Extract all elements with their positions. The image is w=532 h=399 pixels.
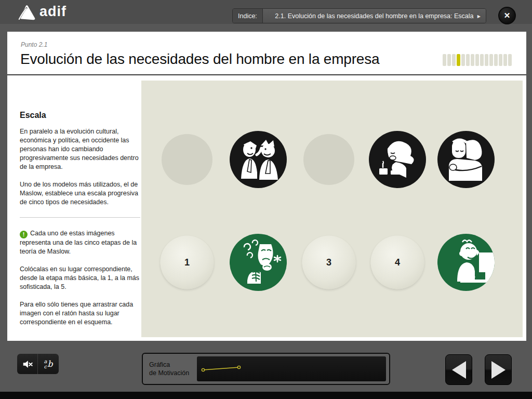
adif-logo-icon xyxy=(18,4,36,21)
source-spot-empty-1[interactable] xyxy=(162,134,212,185)
placed-starving-man[interactable] xyxy=(230,234,287,291)
drop-slot-3[interactable]: 3 xyxy=(302,236,356,289)
index-current-item[interactable]: 2.1. Evolución de las necesidades del ho… xyxy=(263,9,486,23)
sidebar: Escala En paralelo a la evolución cultur… xyxy=(20,111,140,336)
progress-bar xyxy=(443,54,512,66)
bottom-strip xyxy=(0,392,532,399)
placed-man-at-computer[interactable] xyxy=(437,234,495,291)
slot-number: 1 xyxy=(184,257,190,268)
progress-segment xyxy=(485,54,488,66)
alert-icon: ! xyxy=(20,231,28,238)
two-people-talking-icon xyxy=(230,131,287,188)
instruction-paragraph-2: Colócalas en su lugar correspondiente, d… xyxy=(20,265,140,291)
adif-logo-text: adif xyxy=(39,5,66,21)
draggable-people-hugging[interactable] xyxy=(437,131,495,188)
arrow-right-icon xyxy=(491,361,506,379)
draggable-two-people-talking[interactable] xyxy=(230,131,287,188)
mute-button[interactable] xyxy=(17,354,38,374)
close-button[interactable]: ✕ xyxy=(498,7,516,24)
course-player: adif Indice: 2.1. Evolución de las neces… xyxy=(0,0,532,399)
motivation-graph-line xyxy=(197,356,386,381)
page-title: Evolución de las necesidades del hombre … xyxy=(20,51,379,68)
drop-slot-1[interactable]: 1 xyxy=(161,236,214,289)
transcript-button[interactable]: ac b xyxy=(38,354,59,374)
mute-icon xyxy=(22,358,33,370)
progress-segment xyxy=(480,54,484,66)
instruction-paragraph-1: !Cada uno de estas imágenes representa u… xyxy=(20,229,140,256)
instruction-paragraph-3: Para ello sólo tienes que arrastrar cada… xyxy=(20,300,140,327)
people-hugging-icon xyxy=(437,131,495,188)
adif-logo: adif xyxy=(18,4,66,21)
source-spot-empty-2[interactable] xyxy=(303,134,354,185)
unit-kicker: Punto 2.1 xyxy=(21,41,47,48)
starving-man-icon xyxy=(230,234,287,291)
slot-number: 4 xyxy=(395,257,400,268)
section-heading: Escala xyxy=(20,111,140,120)
slot-number: 3 xyxy=(326,257,331,268)
motivation-graph-display xyxy=(197,356,386,381)
motivation-graph-panel: Gráfica de Motivación xyxy=(142,353,390,385)
progress-segment xyxy=(457,54,460,66)
draggable-woman-eating[interactable] xyxy=(369,131,426,188)
index-selector: Indice: 2.1. Evolución de las necesidade… xyxy=(232,8,486,23)
progress-segment xyxy=(503,54,507,66)
index-current-item-label: 2.1. Evolución de las necesidades del ho… xyxy=(275,12,473,20)
progress-segment xyxy=(475,54,479,66)
man-at-computer-icon xyxy=(437,234,495,291)
arrow-left-icon xyxy=(452,361,466,379)
progress-segment xyxy=(508,54,512,66)
progress-segment xyxy=(471,54,474,66)
progress-segment xyxy=(447,54,451,66)
intro-paragraph-2: Uno de los modelos más utilizados, el de… xyxy=(20,180,140,207)
progress-segment xyxy=(443,54,446,66)
intro-paragraph-1: En paralelo a la evolución cultural, eco… xyxy=(20,127,140,171)
title-divider xyxy=(7,74,526,75)
woman-eating-icon xyxy=(369,131,426,188)
top-bar: adif Indice: 2.1. Evolución de las neces… xyxy=(0,0,532,24)
progress-segment xyxy=(494,54,498,66)
sidebar-divider xyxy=(20,217,140,218)
audio-controls: ac b xyxy=(17,354,59,374)
text-abc-icon: ac b xyxy=(44,359,52,369)
drop-slot-4[interactable]: 4 xyxy=(371,236,424,289)
motivation-graph-label: Gráfica de Motivación xyxy=(149,361,189,377)
progress-segment xyxy=(461,54,465,66)
next-button[interactable] xyxy=(485,354,512,385)
index-label: Indice: xyxy=(233,9,263,23)
content-panel: Punto 2.1 Evolución de las necesidades d… xyxy=(7,32,526,341)
drag-drop-board: 1 3 xyxy=(141,81,523,337)
previous-button[interactable] xyxy=(445,354,472,385)
progress-segment xyxy=(466,54,470,66)
close-icon: ✕ xyxy=(504,11,511,20)
progress-segment xyxy=(489,54,493,66)
progress-segment xyxy=(452,54,456,66)
progress-segment xyxy=(499,54,502,66)
submenu-arrow-icon: ▶ xyxy=(477,14,481,18)
